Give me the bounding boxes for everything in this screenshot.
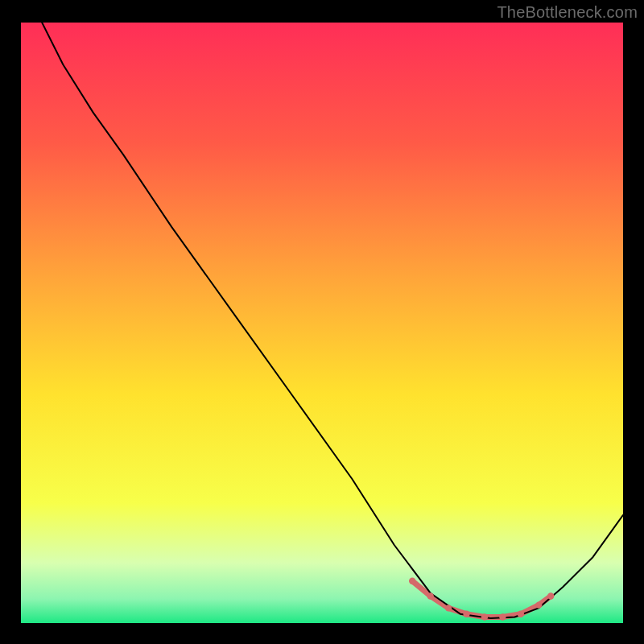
valley-marker: [427, 592, 433, 599]
valley-marker: [445, 605, 452, 611]
plot-area: [21, 23, 623, 623]
valley-marker: [409, 578, 415, 584]
valley-marker: [518, 611, 524, 617]
valley-marker: [463, 611, 469, 617]
chart-svg: [21, 23, 623, 623]
valley-marker: [481, 613, 488, 620]
valley-marker: [499, 613, 506, 620]
valley-marker: [535, 601, 542, 608]
gradient-background: [21, 23, 623, 623]
valley-marker: [547, 592, 554, 599]
attribution-label: TheBottleneck.com: [497, 3, 638, 22]
chart-frame: TheBottleneck.com: [0, 0, 644, 644]
